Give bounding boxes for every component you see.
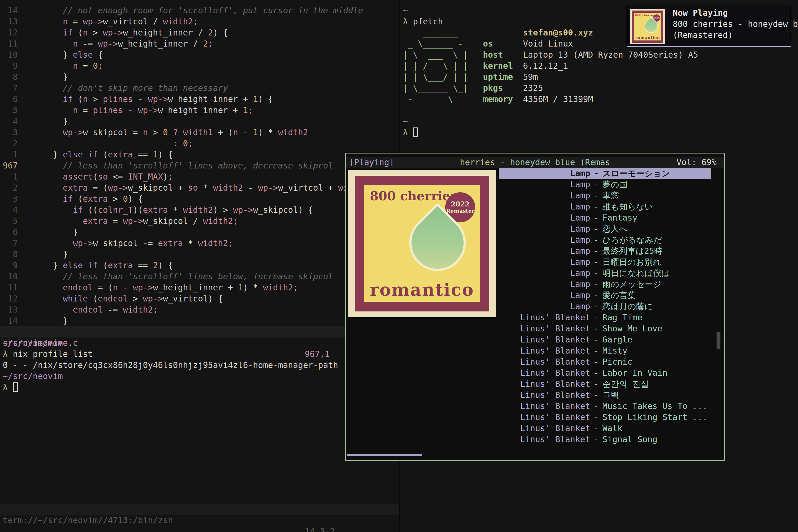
queue-item[interactable]: Lamp-最終列車は25時 [499,246,711,256]
queue-item[interactable]: Lamp-夢の国 [499,179,711,190]
queue-separator: - [590,356,602,367]
queue-artist: Linus' Blanket [499,367,590,379]
code-line[interactable]: 1 } else if (extra == 1) { [3,149,363,160]
code-line[interactable]: 5 n = plines - wp->w_height_inner + 1; [3,105,363,116]
code-line[interactable]: 8 } [3,249,363,260]
queue-song-title: ひろがるなみだ [602,234,711,246]
code-token: * [168,205,183,215]
code-line[interactable]: 12 while (endcol > wp->w_virtcol) { [3,293,363,304]
queue-item[interactable]: Linus' Blanket-Walk [499,423,711,434]
code-token: -> [113,28,123,37]
playback-progress-bar[interactable] [347,454,422,456]
queue-item[interactable]: Lamp-明日になれば僕は [499,268,711,279]
code-token: * [198,183,213,193]
code-line[interactable]: 9 n = 0; [3,60,363,72]
queue-item[interactable]: Linus' Blanket-순간의 진실 [499,379,711,390]
queue-item[interactable]: Linus' Blanket-Rag Time [499,312,711,323]
queue-item[interactable]: Lamp-車窓 [499,190,711,201]
queue-item[interactable]: Lamp-Fantasy [499,212,711,223]
code-token: ( [73,94,83,104]
code-line[interactable]: 3 wp->w_skipcol = n > 0 ? width1 + (n - … [3,127,363,138]
queue-item[interactable]: Linus' Blanket-Gargle [499,334,711,345]
code-line[interactable]: 1 assert(so <= INT_MAX); [3,171,363,182]
code-token: )( [133,205,143,215]
code-token: > [88,94,103,104]
code-token: + [173,183,188,193]
code-line[interactable]: 12 if (n > wp->w_height_inner / 2) { [3,27,363,38]
code-token: w_virtcol [278,183,323,193]
queue-item[interactable]: Lamp-ひろがるなみだ [499,234,711,246]
queue-artist: Linus' Blanket [499,345,590,356]
terminal-input-line[interactable]: λ [403,127,698,138]
pfetch-value: Void Linux [523,39,573,49]
code-token [23,183,63,193]
code-line[interactable]: 7 // don't skip more than necessary [3,82,363,94]
code-token: = ( [88,183,108,193]
code-line[interactable]: 8 } [3,72,363,82]
queue-item[interactable]: Linus' Blanket-Show Me Love [499,323,711,334]
code-token: w_skipcol [143,216,188,226]
code-token: colnr_T [98,205,133,215]
code-line[interactable]: 7 wp->w_skipcol -= extra * width2; [3,238,363,249]
code-token: } [63,72,68,82]
code-line[interactable]: 9 } else if (extra == 2) { [3,260,363,271]
code-line[interactable]: 6 } [3,227,363,238]
code-line[interactable]: 4 } [3,116,363,127]
line-number: 14 [3,316,23,326]
code-token [23,194,63,204]
code-token: width2 [123,305,153,315]
shell-prompt-line[interactable]: λ [3,382,338,393]
code-line[interactable]: 5 extra = wp->w_skipcol / width2; [3,215,363,227]
code-line[interactable]: 11 endcol = (n - wp->w_height_inner + 1)… [3,282,363,293]
queue-song-title: Signal Song [602,434,711,445]
queue-item[interactable]: Linus' Blanket-Labor In Vain [499,367,711,379]
code-line[interactable]: 13 n = wp->w_virtcol / width2; [3,16,363,27]
code-token: ) { [158,150,173,159]
queue-separator: - [590,412,602,423]
queue-item[interactable]: Lamp-恋人へ [499,223,711,234]
void-logo-art: -_______\ [403,94,483,104]
queue-item[interactable]: Linus' Blanket-Stop Liking Start ... [499,412,711,423]
queue-item[interactable]: Lamp-雨のメッセージ [499,279,711,290]
code-line[interactable]: 14 } [3,315,363,326]
queue-scrollbar-thumb[interactable] [717,332,720,349]
queue-item[interactable]: Lamp-誰も知らない [499,201,711,212]
code-token: > [148,128,163,137]
code-line[interactable]: 10 } else { [3,49,363,60]
queue-item[interactable]: Linus' Blanket-고백 [499,390,711,401]
code-token: ; [208,39,213,49]
queue-item[interactable]: Linus' Blanket-Picnic [499,356,711,367]
queue-item-selected[interactable]: Lamp-スローモーション [499,168,711,179]
code-line[interactable]: 3 if (extra > 0) { [3,193,363,205]
code-line[interactable]: 11 n -= wp->w_height_inner / 2; [3,38,363,49]
queue-item[interactable]: Linus' Blanket-Music Takes Us To ... [499,401,711,412]
code-line[interactable]: 4 if ((colnr_T)(extra * width2) > wp->w_… [3,205,363,215]
shell-output-line: ~/src/neovim [3,338,338,348]
code-line[interactable]: 6 if (n > plines - wp->w_height_inner + … [3,94,363,105]
code-line[interactable]: 14 // not enough room for 'scrolloff', p… [3,5,363,16]
code-token: w_height_inner [158,105,228,115]
queue-item[interactable]: Lamp-恋は月の蔭に [499,301,711,312]
code-line[interactable]: 2 extra = (wp->w_skipcol + so * width2 -… [3,182,363,193]
line-number: 6 [3,94,23,104]
code-line[interactable]: 13 endcol -= width2; [3,304,363,315]
queue-item[interactable]: Lamp-日曜日のお別れ [499,256,711,268]
code-token: <= [108,172,128,182]
code-line[interactable]: 967 // less than 'scrolloff' lines above… [3,160,363,171]
code-token [23,105,73,115]
notification-title: Now Playing [673,7,798,19]
queue-item[interactable]: Lamp-愛の言葉 [499,290,711,301]
queue-item[interactable]: Linus' Blanket-Signal Song [499,434,711,445]
code-token: 1 [238,283,243,292]
code-token: // not enough room for 'scrolloff', put … [23,5,363,15]
queue-artist: Linus' Blanket [499,312,590,323]
code-line[interactable]: 2 : 0; [3,138,363,149]
queue-item[interactable]: Linus' Blanket-Misty [499,345,711,356]
code-line[interactable]: 10 // less than 'scrolloff' lines below,… [3,271,363,282]
line-number: 9 [3,261,23,270]
now-playing-notification[interactable]: 800 cherries 2022 Remaster romantico Now… [627,6,791,47]
code-token: wp [98,39,108,49]
code-token: w_virtcol [103,17,148,26]
code-token [23,238,73,248]
line-number: 5 [3,105,23,115]
